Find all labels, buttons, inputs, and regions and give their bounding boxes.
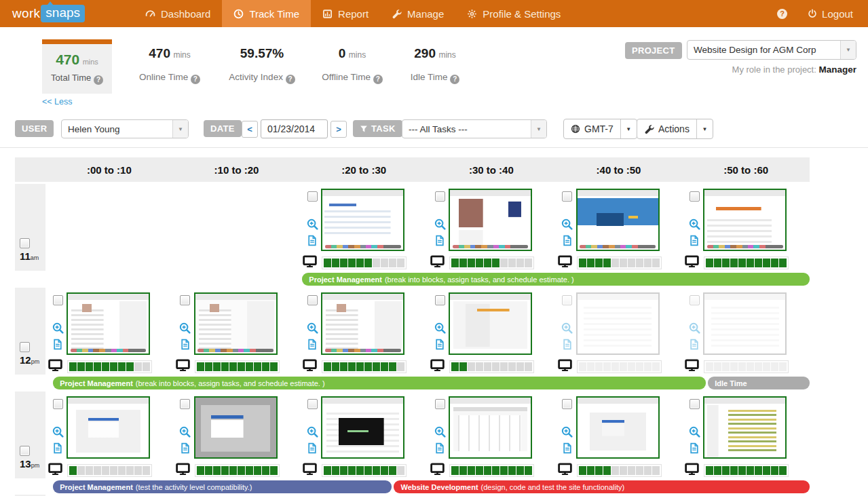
zoom-in-icon[interactable] (307, 322, 318, 337)
screenshot-thumbnail[interactable] (321, 189, 404, 251)
help-icon[interactable]: ? (286, 75, 295, 84)
help-icon[interactable]: ? (191, 75, 200, 84)
row-checkbox[interactable] (20, 446, 30, 456)
document-icon[interactable] (562, 235, 573, 249)
next-date-button[interactable]: > (331, 121, 347, 138)
worksnaps-logo[interactable]: work snaps (0, 0, 85, 27)
actions-dropdown-caret[interactable]: ▼ (696, 119, 713, 138)
zoom-in-icon[interactable] (434, 426, 446, 440)
row-checkbox[interactable] (20, 238, 30, 248)
prev-date-button[interactable]: < (242, 121, 258, 138)
nav-item-track-time[interactable]: Track Time (222, 0, 311, 27)
screenshot-checkbox[interactable] (435, 399, 445, 409)
screenshot-thumbnail[interactable] (321, 292, 404, 355)
screenshot-checkbox[interactable] (307, 399, 318, 409)
screenshot-thumbnail[interactable] (703, 292, 787, 355)
help-icon[interactable]: ? (373, 75, 383, 84)
screenshot-checkbox[interactable] (53, 295, 63, 305)
screenshot-checkbox[interactable] (180, 295, 190, 305)
user-select[interactable]: Helen Young ▼ (61, 119, 189, 138)
screenshot-checkbox[interactable] (307, 295, 318, 305)
help-icon[interactable]: ? (450, 75, 459, 84)
task-bar-website-development[interactable]: Website Development(design, code and tes… (394, 480, 810, 493)
document-icon[interactable] (307, 235, 318, 249)
document-icon[interactable] (689, 339, 700, 353)
help-icon[interactable]: ? (777, 9, 787, 19)
row-checkbox[interactable] (20, 342, 30, 352)
screenshot-thumbnail[interactable] (576, 396, 660, 459)
zoom-in-icon[interactable] (561, 322, 573, 337)
monitor-icon (48, 463, 62, 478)
document-icon[interactable] (52, 442, 63, 457)
zoom-in-icon[interactable] (179, 426, 191, 440)
document-icon[interactable] (180, 442, 191, 457)
nav-item-report[interactable]: Report (311, 0, 380, 27)
screenshot-thumbnail[interactable] (576, 189, 660, 251)
zoom-in-icon[interactable] (52, 426, 64, 440)
task-bar-project-management[interactable]: Project Management(break into blocks, as… (302, 273, 810, 286)
task-bar-project-management[interactable]: Project Management(test the activity lev… (53, 480, 392, 493)
zoom-in-icon[interactable] (689, 322, 700, 337)
task-select[interactable]: --- All Tasks --- ▼ (402, 119, 547, 138)
zoom-in-icon[interactable] (561, 218, 573, 233)
screenshot-thumbnail[interactable] (67, 292, 150, 355)
screenshot-thumbnail[interactable] (194, 396, 278, 459)
screenshot-checkbox[interactable] (435, 191, 445, 202)
document-icon[interactable] (180, 339, 191, 353)
document-icon[interactable] (434, 235, 445, 249)
less-link[interactable]: << Less (42, 97, 72, 107)
date-input[interactable] (261, 119, 328, 138)
zoom-in-icon[interactable] (434, 322, 446, 337)
screenshot-checkbox[interactable] (690, 191, 700, 202)
task-bar-idle-time[interactable]: Idle Time (708, 377, 810, 389)
zoom-in-icon[interactable] (307, 426, 318, 440)
screenshot-checkbox[interactable] (690, 295, 700, 305)
document-icon[interactable] (307, 442, 318, 457)
task-bar-project-management[interactable]: Project Management(break into blocks, as… (53, 377, 706, 389)
document-icon[interactable] (562, 442, 573, 457)
screenshot-thumbnail[interactable] (449, 396, 532, 459)
zoom-in-icon[interactable] (561, 426, 573, 440)
document-icon[interactable] (434, 339, 445, 353)
screenshot-checkbox[interactable] (180, 399, 190, 409)
actions-button[interactable]: Actions ▼ (637, 119, 713, 139)
screenshot-checkbox[interactable] (53, 399, 63, 409)
document-icon[interactable] (562, 339, 573, 353)
zoom-in-icon[interactable] (307, 218, 318, 233)
document-icon[interactable] (307, 339, 318, 353)
screenshot-checkbox[interactable] (562, 191, 572, 202)
screenshot-checkbox[interactable] (562, 295, 572, 305)
activity-segment (500, 259, 508, 267)
timezone-button[interactable]: GMT-7 ▼ (563, 119, 637, 139)
screenshot-thumbnail[interactable] (449, 189, 532, 251)
screenshot-thumbnail[interactable] (576, 292, 660, 355)
nav-item-dashboard[interactable]: Dashboard (134, 0, 222, 27)
screenshot-checkbox[interactable] (690, 399, 700, 409)
screenshot-checkbox[interactable] (307, 191, 318, 202)
nav-item-manage[interactable]: Manage (380, 0, 455, 27)
screenshot-thumbnail[interactable] (321, 396, 404, 459)
zoom-in-icon[interactable] (52, 322, 64, 337)
document-icon[interactable] (434, 442, 445, 457)
logout-button[interactable]: Logout (808, 8, 853, 20)
project-select[interactable]: Website Design for AGM Corp ▼ (687, 40, 856, 60)
screenshot-thumbnail[interactable] (703, 189, 787, 251)
nav-item-profile-settings[interactable]: Profile & Settings (455, 0, 572, 27)
timezone-dropdown-caret[interactable]: ▼ (620, 119, 637, 138)
zoom-in-icon[interactable] (689, 218, 700, 233)
screenshot-checkbox[interactable] (435, 295, 445, 305)
zoom-in-icon[interactable] (179, 322, 191, 337)
document-icon[interactable] (689, 235, 700, 249)
activity-segment (730, 466, 738, 475)
screenshot-thumbnail[interactable] (703, 396, 787, 459)
zoom-in-icon[interactable] (434, 218, 446, 233)
document-icon[interactable] (689, 442, 700, 457)
screenshot-thumbnail[interactable] (194, 292, 278, 355)
screenshot-thumbnail[interactable] (67, 396, 150, 459)
screenshot-checkbox[interactable] (562, 399, 572, 409)
document-icon[interactable] (52, 339, 63, 353)
screenshot-thumbnail[interactable] (449, 292, 532, 355)
help-icon[interactable]: ? (94, 75, 103, 85)
screenshot-image (450, 294, 531, 354)
zoom-in-icon[interactable] (689, 426, 700, 440)
